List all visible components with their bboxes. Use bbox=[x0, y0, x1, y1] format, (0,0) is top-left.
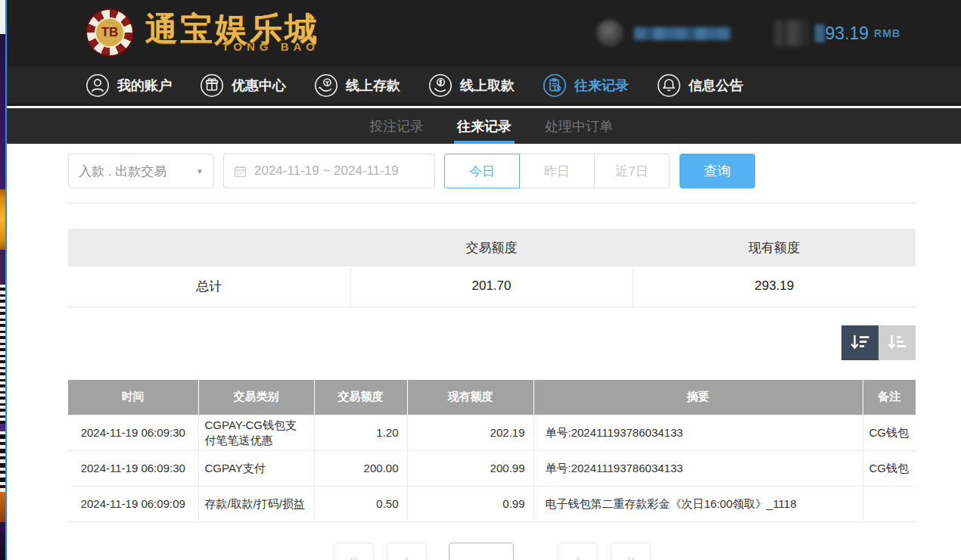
cell-time: 2024-11-19 06:09:30 bbox=[68, 415, 198, 451]
calendar-icon bbox=[234, 165, 247, 178]
cell-balance: 202.19 bbox=[407, 415, 533, 451]
summary-header-transaction-amount: 交易额度 bbox=[350, 229, 633, 266]
summary-table: 交易额度 现有额度 总计 201.70 293.19 bbox=[68, 229, 916, 307]
records-icon bbox=[543, 73, 567, 98]
nav-item-transaction-records[interactable]: 往来记录 bbox=[543, 73, 629, 98]
deposit-icon bbox=[314, 73, 338, 98]
pagination-glyph: « bbox=[350, 550, 358, 560]
col-header-summary: 摘要 bbox=[533, 380, 863, 415]
sort-controls bbox=[68, 325, 916, 360]
nav-label: 线上存款 bbox=[346, 76, 400, 95]
cell-amount: 1.20 bbox=[314, 415, 407, 451]
yesterday-button[interactable]: 昨日 bbox=[519, 154, 595, 188]
cell-summary: 单号:202411193786034133 bbox=[533, 451, 863, 487]
select-value: 入款 . 出款交易 bbox=[79, 163, 166, 180]
cell-balance: 0.99 bbox=[407, 487, 533, 522]
sliver-segment bbox=[0, 34, 5, 189]
summary-current-amount: 293.19 bbox=[633, 266, 916, 306]
first-page-button[interactable]: « bbox=[334, 543, 374, 560]
summary-row: 总计 201.70 293.19 bbox=[68, 266, 916, 306]
next-page-button[interactable]: › bbox=[558, 543, 598, 560]
last7days-button[interactable]: 近7日 bbox=[594, 154, 670, 188]
filter-row: 入款 . 出款交易 ▼ 2024-11-19 ~ 2024-11-19 今日 昨… bbox=[68, 154, 916, 188]
sliver-segment bbox=[0, 0, 5, 34]
cell-time: 2024-11-19 06:09:09 bbox=[68, 487, 198, 522]
user-icon bbox=[86, 73, 110, 98]
quick-date-group: 今日 昨日 近7日 bbox=[444, 154, 670, 188]
nav-item-announcements[interactable]: 信息公告 bbox=[657, 73, 743, 98]
col-header-type: 交易类别 bbox=[198, 380, 314, 415]
date-range-input[interactable]: 2024-11-19 ~ 2024-11-19 bbox=[223, 154, 435, 188]
chevron-down-icon: ▼ bbox=[196, 167, 204, 176]
button-label: 查询 bbox=[704, 162, 731, 180]
table-header-row: 时间 交易类别 交易额度 现有额度 摘要 备注 bbox=[68, 380, 916, 415]
gift-icon bbox=[200, 73, 224, 98]
brand-logo[interactable]: TB 通宝娱乐城 TONG BAO bbox=[86, 8, 319, 57]
cell-amount: 200.00 bbox=[314, 451, 407, 487]
tab-processing-orders[interactable]: 处理中订单 bbox=[545, 108, 613, 144]
button-label: 今日 bbox=[469, 163, 495, 180]
cell-balance: 200.99 bbox=[407, 451, 533, 487]
tab-transaction-records[interactable]: 往来记录 bbox=[457, 108, 512, 144]
cell-note: CG钱包 bbox=[863, 451, 916, 487]
main-content: 入款 . 出款交易 ▼ 2024-11-19 ~ 2024-11-19 今日 昨… bbox=[68, 144, 916, 560]
nav-label: 优惠中心 bbox=[232, 76, 286, 95]
sliver-qr-segment bbox=[0, 431, 5, 492]
table-row: 2024-11-19 06:09:09 存款/取款/打码/损益 0.50 0.9… bbox=[68, 487, 916, 522]
balance-amount: 93.19 bbox=[826, 23, 869, 44]
sliver-segment bbox=[0, 250, 5, 284]
button-label: 近7日 bbox=[615, 163, 648, 180]
main-navbar: 我的账户 优惠中心 线上存款 线上取款 往来记录 bbox=[0, 67, 961, 106]
last-page-button[interactable]: » bbox=[611, 543, 651, 560]
sort-ascending-icon bbox=[887, 334, 907, 351]
summary-header-empty bbox=[68, 229, 350, 266]
blurred-wallet-icon bbox=[775, 20, 808, 46]
sliver-segment bbox=[0, 189, 5, 250]
pagination: « ‹ › » bbox=[68, 543, 916, 560]
cell-summary: 单号:202411193786034133 bbox=[533, 415, 863, 451]
nav-item-online-deposit[interactable]: 线上存款 bbox=[314, 73, 400, 98]
sort-ascending-button[interactable] bbox=[879, 325, 916, 360]
sliver-segment bbox=[0, 492, 5, 522]
summary-header-current-amount: 现有额度 bbox=[633, 229, 916, 266]
pagination-glyph: » bbox=[627, 550, 635, 560]
nav-item-promotions[interactable]: 优惠中心 bbox=[200, 73, 286, 98]
blurred-username bbox=[634, 27, 731, 40]
chip-monogram: TB bbox=[95, 17, 125, 48]
sort-descending-button[interactable] bbox=[841, 325, 879, 360]
tab-betting-records[interactable]: 投注记录 bbox=[369, 108, 424, 144]
page-number-box[interactable] bbox=[449, 543, 514, 560]
top-header: TB 通宝娱乐城 TONG BAO 93.19 RMB bbox=[0, 0, 961, 67]
nav-label: 信息公告 bbox=[689, 76, 743, 95]
today-button[interactable]: 今日 bbox=[444, 154, 520, 188]
col-header-time: 时间 bbox=[68, 380, 198, 415]
tab-label: 往来记录 bbox=[457, 117, 512, 135]
balance-currency: RMB bbox=[874, 27, 900, 39]
sliver-segment bbox=[0, 424, 5, 431]
avatar[interactable] bbox=[596, 20, 624, 47]
section-divider bbox=[68, 203, 916, 204]
nav-label: 往来记录 bbox=[574, 76, 629, 95]
nav-item-my-account[interactable]: 我的账户 bbox=[86, 73, 172, 98]
cell-amount: 0.50 bbox=[314, 487, 407, 522]
transactions-table: 时间 交易类别 交易额度 现有额度 摘要 备注 2024-11-19 06:09… bbox=[68, 380, 916, 523]
pagination-glyph: ‹ bbox=[404, 550, 409, 560]
summary-transaction-amount: 201.70 bbox=[350, 266, 633, 306]
previous-page-button[interactable]: ‹ bbox=[387, 543, 427, 560]
table-row: 2024-11-19 06:09:30 CGPAY-CG钱包支付笔笔送优惠 1.… bbox=[68, 415, 916, 451]
cell-note bbox=[863, 487, 916, 522]
transaction-type-select[interactable]: 入款 . 出款交易 ▼ bbox=[68, 154, 214, 188]
cell-summary: 电子钱包第二重存款彩金《次日16:00领取》_1118 bbox=[533, 487, 863, 522]
sub-tabbar: 投注记录 往来记录 处理中订单 bbox=[0, 108, 961, 144]
background-page-sliver bbox=[0, 0, 7, 560]
user-account-area: 93.19 RMB bbox=[596, 20, 900, 47]
sort-descending-icon bbox=[850, 334, 870, 351]
withdraw-icon bbox=[428, 73, 453, 98]
summary-total-label: 总计 bbox=[68, 266, 350, 306]
search-button[interactable]: 查询 bbox=[680, 154, 755, 188]
bell-icon bbox=[657, 73, 681, 98]
tab-label: 投注记录 bbox=[369, 117, 424, 135]
nav-item-online-withdraw[interactable]: 线上取款 bbox=[428, 73, 515, 98]
col-header-amount: 交易额度 bbox=[314, 380, 407, 415]
table-row: 2024-11-19 06:09:30 CGPAY支付 200.00 200.9… bbox=[68, 451, 916, 487]
